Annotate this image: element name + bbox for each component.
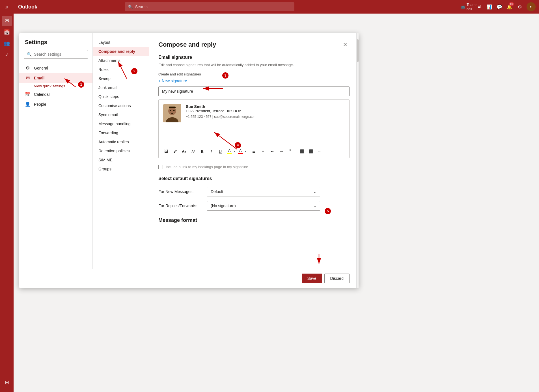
teams-call-btn[interactable]: 📹 Teams call bbox=[465, 3, 472, 10]
annotation-1: 1 bbox=[78, 81, 84, 88]
chat-btn[interactable]: 💬 bbox=[496, 3, 503, 10]
annotation-2: 2 bbox=[131, 68, 137, 74]
sidebar-icons: ✉ 📅 👥 ✓ ⊞ bbox=[0, 14, 14, 392]
new-messages-dropdown-arrow: ⌄ bbox=[313, 189, 316, 194]
signature-editor: Sue Smith HOA President, Terrace Hills H… bbox=[158, 99, 350, 158]
highlight-dropdown-arrow[interactable]: ▾ bbox=[234, 150, 235, 153]
align-right-btn[interactable]: ⬛ bbox=[307, 148, 315, 155]
italic-btn[interactable]: I bbox=[207, 148, 215, 155]
sidebar-mail-icon[interactable]: ✉ bbox=[2, 16, 12, 26]
new-signature-button[interactable]: + New signature bbox=[158, 79, 187, 83]
align-left-2-btn[interactable]: ⬛ bbox=[298, 148, 306, 155]
align-left-btn[interactable]: ☰ bbox=[250, 148, 258, 155]
highlight-btn[interactable]: A bbox=[225, 148, 233, 155]
decrease-indent-btn[interactable]: ⇤ bbox=[268, 148, 276, 155]
signature-toolbar: 🖼 🖌 Aa A² B I U A bbox=[159, 145, 349, 158]
subnav-groups[interactable]: Groups bbox=[93, 164, 149, 174]
bookings-row: Include a link to my bookings page in my… bbox=[158, 163, 350, 172]
nav-calendar[interactable]: 📅 Calendar bbox=[19, 89, 92, 99]
nav-calendar-label: Calendar bbox=[34, 92, 50, 97]
font-color-btn[interactable]: A bbox=[236, 148, 244, 155]
general-icon: ⚙ bbox=[25, 65, 31, 71]
replies-select[interactable]: (No signature) ⌄ bbox=[207, 201, 320, 211]
scrollbar[interactable] bbox=[356, 33, 359, 288]
highlight-color-dropdown[interactable]: A ▾ bbox=[225, 148, 235, 155]
new-messages-select[interactable]: Default ⌄ bbox=[207, 187, 320, 196]
format-paint-btn[interactable]: 🖌 bbox=[171, 148, 179, 155]
content-header: Compose and reply ✕ bbox=[158, 40, 350, 49]
svg-point-4 bbox=[173, 110, 175, 111]
nav-general[interactable]: ⚙ General bbox=[19, 63, 92, 73]
subnav-compose[interactable]: Compose and reply bbox=[93, 47, 149, 56]
svg-rect-5 bbox=[169, 107, 176, 108]
font-color-dropdown[interactable]: A ▾ bbox=[236, 148, 246, 155]
sidebar-tasks-icon[interactable]: ✓ bbox=[2, 50, 12, 60]
subnav-quicksteps[interactable]: Quick steps bbox=[93, 92, 149, 101]
search-placeholder: Search bbox=[135, 5, 148, 9]
close-button[interactable]: ✕ bbox=[340, 40, 350, 49]
bold-btn[interactable]: B bbox=[198, 148, 206, 155]
sig-person-name: Sue Smith bbox=[186, 104, 256, 109]
settings-subnav: Layout Compose and reply Attachments Rul… bbox=[93, 33, 149, 288]
email-sig-title: Email signature bbox=[158, 55, 350, 60]
sidebar-calendar-icon[interactable]: 📅 bbox=[2, 27, 12, 37]
insert-image-btn[interactable]: 🖼 bbox=[162, 148, 170, 155]
present-btn[interactable]: 📊 bbox=[486, 3, 493, 10]
scrollbar-thumb[interactable] bbox=[357, 39, 359, 62]
search-icon: 🔍 bbox=[27, 52, 32, 57]
annotation-3: 3 bbox=[222, 72, 228, 79]
subnav-retention[interactable]: Retention policies bbox=[93, 146, 149, 155]
more-options-btn[interactable]: ··· bbox=[316, 148, 324, 155]
settings-search-input[interactable] bbox=[34, 52, 85, 57]
subnav-attachments[interactable]: Attachments bbox=[93, 56, 149, 65]
underline-btn[interactable]: U bbox=[216, 148, 224, 155]
settings-content: Compose and reply ✕ Email signature Edit… bbox=[149, 33, 359, 288]
signature-person: Sue Smith HOA President, Terrace Hills H… bbox=[163, 104, 345, 122]
nav-email-label: Email bbox=[34, 76, 44, 80]
subnav-smime[interactable]: S/MIME bbox=[93, 155, 149, 164]
save-button[interactable]: Save bbox=[302, 274, 322, 283]
email-icon: ✉ bbox=[25, 75, 31, 81]
screen-share-btn[interactable]: 🖥 bbox=[476, 3, 482, 10]
subnav-sweep[interactable]: Sweep bbox=[93, 74, 149, 83]
subnav-autoreplies[interactable]: Automatic replies bbox=[93, 137, 149, 146]
superscript-btn[interactable]: A² bbox=[189, 148, 197, 155]
font-size-btn[interactable]: Aa bbox=[180, 148, 188, 155]
font-color-dropdown-arrow[interactable]: ▾ bbox=[245, 150, 246, 153]
notification-btn[interactable]: 🔔 10 bbox=[506, 3, 513, 10]
settings-btn[interactable]: ⚙ bbox=[516, 3, 523, 10]
replies-label: For Replies/Forwards: bbox=[158, 203, 204, 208]
signature-content-area[interactable]: Sue Smith HOA President, Terrace Hills H… bbox=[159, 100, 349, 145]
email-sig-desc: Edit and choose signatures that will be … bbox=[158, 62, 350, 68]
main-layout: ✉ 📅 👥 ✓ ⊞ Settings 🔍 ⚙ General bbox=[0, 14, 539, 392]
subnav-customise[interactable]: Customise actions bbox=[93, 101, 149, 110]
settings-search-box[interactable]: 🔍 bbox=[24, 50, 88, 59]
search-icon: 🔍 bbox=[128, 5, 133, 9]
subnav-rules[interactable]: Rules bbox=[93, 65, 149, 74]
annotation-5: 5 bbox=[325, 208, 331, 214]
quote-btn[interactable]: " bbox=[286, 148, 294, 155]
subnav-layout[interactable]: Layout bbox=[93, 38, 149, 47]
sidebar-people-icon[interactable]: 👥 bbox=[2, 38, 12, 49]
subnav-sync[interactable]: Sync email bbox=[93, 110, 149, 119]
subnav-forwarding[interactable]: Forwarding bbox=[93, 128, 149, 137]
discard-button[interactable]: Discard bbox=[324, 274, 350, 283]
subnav-handling[interactable]: Message handling bbox=[93, 119, 149, 128]
sig-person-title: HOA President, Terrace Hills HOA bbox=[186, 109, 256, 113]
svg-point-1 bbox=[168, 107, 176, 115]
new-messages-label: For New Messages: bbox=[158, 189, 204, 194]
bullet-list-btn[interactable]: ≡ bbox=[259, 148, 267, 155]
subnav-junk[interactable]: Junk email bbox=[93, 83, 149, 92]
increase-indent-btn[interactable]: ⇥ bbox=[277, 148, 285, 155]
user-avatar[interactable]: S bbox=[527, 2, 536, 11]
search-bar[interactable]: 🔍 Search bbox=[125, 2, 294, 11]
bookings-checkbox[interactable] bbox=[158, 165, 163, 169]
nav-people[interactable]: 👤 People bbox=[19, 99, 92, 109]
message-format-section: Message format bbox=[158, 217, 350, 223]
bottom-actions: Save Discard bbox=[19, 269, 359, 288]
signature-name-input[interactable] bbox=[158, 86, 350, 96]
topbar: ⊞ Outlook 🔍 Search 📹 Teams call 🖥 📊 💬 🔔 … bbox=[0, 0, 539, 14]
sidebar-apps-icon[interactable]: ⊞ bbox=[2, 377, 12, 387]
notification-badge: 10 bbox=[509, 2, 514, 6]
new-messages-value: Default bbox=[211, 189, 223, 194]
